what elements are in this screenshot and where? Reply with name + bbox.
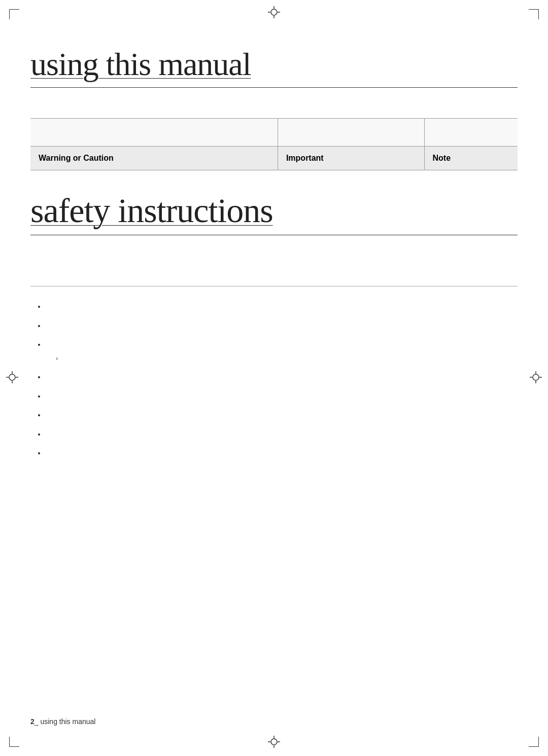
list-item bbox=[46, 321, 518, 331]
table-header-note: Note bbox=[424, 147, 518, 170]
corner-mark-top-right bbox=[529, 9, 539, 19]
svg-point-10 bbox=[533, 374, 539, 380]
corner-mark-top-left bbox=[9, 9, 19, 19]
crosshair-left-icon bbox=[6, 371, 18, 385]
footer: 2_ using this manual bbox=[30, 717, 518, 726]
crosshair-top-icon bbox=[268, 6, 280, 20]
footer-label: _ using this manual bbox=[35, 717, 96, 726]
sub-item bbox=[56, 354, 518, 363]
footer-text: 2_ using this manual bbox=[30, 717, 518, 726]
corner-mark-bottom-right bbox=[529, 737, 539, 747]
table-section: Warning or Caution Important Note bbox=[30, 118, 518, 170]
title-section: using this manual bbox=[30, 46, 518, 88]
corner-mark-bottom-left bbox=[9, 737, 19, 747]
bullet-list bbox=[30, 302, 518, 458]
crosshair-right-icon bbox=[530, 371, 542, 385]
table-cell-icon-warning bbox=[30, 119, 278, 147]
list-item bbox=[46, 448, 518, 458]
table-row-icons bbox=[30, 119, 518, 147]
list-item bbox=[46, 302, 518, 312]
page-title: using this manual bbox=[30, 46, 518, 83]
svg-point-15 bbox=[271, 739, 277, 745]
table-header-warning: Warning or Caution bbox=[30, 147, 278, 170]
page-number: 2 bbox=[30, 717, 35, 726]
table-cell-icon-note bbox=[424, 119, 518, 147]
info-table: Warning or Caution Important Note bbox=[30, 118, 518, 170]
content-area: using this manual Warning or Caution Imp… bbox=[30, 30, 518, 726]
list-item bbox=[46, 340, 518, 363]
svg-point-5 bbox=[9, 374, 15, 380]
table-row-headers: Warning or Caution Important Note bbox=[30, 147, 518, 170]
crosshair-bottom-icon bbox=[268, 736, 280, 750]
page: using this manual Warning or Caution Imp… bbox=[0, 0, 548, 756]
safety-content bbox=[30, 286, 518, 458]
svg-point-0 bbox=[271, 9, 277, 15]
list-item bbox=[46, 429, 518, 440]
safety-title: safety instructions bbox=[30, 191, 518, 235]
table-cell-icon-important bbox=[278, 119, 424, 147]
list-item bbox=[46, 391, 518, 402]
table-header-important: Important bbox=[278, 147, 424, 170]
list-item bbox=[46, 372, 518, 382]
list-item bbox=[46, 410, 518, 420]
